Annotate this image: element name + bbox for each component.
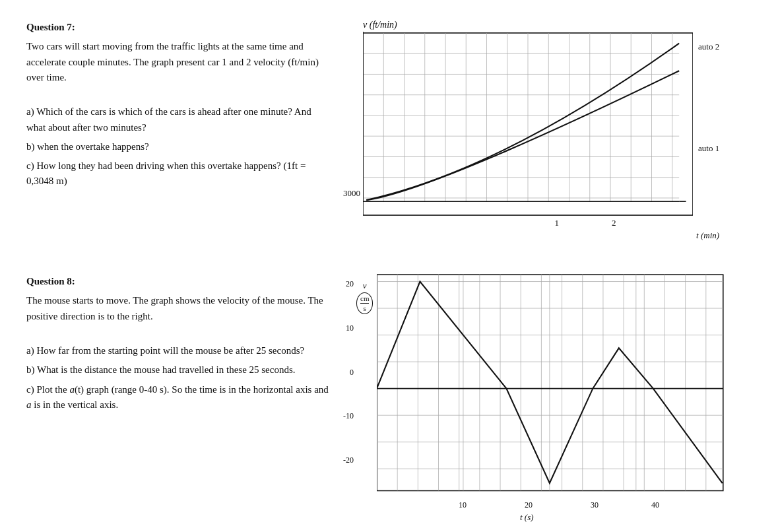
q7-graph-canvas	[363, 32, 693, 216]
q7-legend-auto1: auto 1	[698, 143, 719, 154]
question7-text: Question 7: Two cars will start moving f…	[26, 20, 330, 241]
q8-x40: 40	[651, 500, 659, 510]
page-container: Question 7: Two cars will start moving f…	[26, 20, 752, 532]
q8-y0: 0	[350, 368, 354, 378]
q7-x2: 2	[612, 218, 616, 228]
q8-ym10: -10	[343, 411, 354, 421]
q7-text2c: c) How long they had been driving when t…	[26, 158, 330, 189]
q8-unit-num: cm	[360, 294, 369, 304]
q8-y10: 10	[346, 323, 354, 333]
q8-ylabel: v cm s	[356, 277, 373, 314]
q8-xlabel: t (s)	[520, 512, 534, 522]
svg-rect-28	[377, 275, 723, 490]
q8-text2a: a) How far from the starting point will …	[26, 343, 330, 358]
q7-text2a: a) Which of the cars is which of the car…	[26, 104, 330, 135]
q8-text1: The mouse starts to move. The graph show…	[26, 293, 330, 324]
q8-x10: 10	[459, 500, 467, 510]
q8-text2b: b) What is the distance the mouse had tr…	[26, 362, 330, 378]
q7-legend-auto2: auto 2	[698, 42, 719, 52]
q8-title: Question 8:	[26, 276, 75, 286]
q8-text2c: c) Plot the a(t) graph (range 0-40 s). S…	[26, 382, 330, 413]
q7-graph-wrapper: v (ft/min) 3000	[343, 20, 719, 241]
q8-graph-canvas	[377, 274, 727, 498]
q8-x20: 20	[525, 500, 533, 510]
q8-ym20: -20	[343, 455, 354, 465]
q7-title: Question 7:	[26, 22, 75, 32]
q8-graph-wrapper: 20 10 0 -10 -20 v cm s	[343, 274, 731, 523]
q8-y20: 20	[346, 279, 354, 289]
q8-x30: 30	[591, 500, 599, 510]
q8-unit-den: s	[364, 304, 366, 312]
q7-ylabel: v (ft/min)	[363, 20, 719, 30]
question8-block: Question 8: The mouse starts to move. Th…	[26, 274, 752, 523]
q7-text2b: b) when the overtake happens?	[26, 139, 330, 154]
q7-text1: Two cars will start moving from the traf…	[26, 39, 330, 85]
question7-block: Question 7: Two cars will start moving f…	[26, 20, 752, 241]
q7-xlabel: t (min)	[696, 230, 719, 240]
q7-y3000: 3000	[343, 188, 360, 199]
q8-unit-box: cm s	[356, 292, 373, 314]
q8-v-label: v	[363, 281, 367, 291]
q7-x1: 1	[555, 218, 560, 228]
question8-text: Question 8: The mouse starts to move. Th…	[26, 274, 330, 523]
